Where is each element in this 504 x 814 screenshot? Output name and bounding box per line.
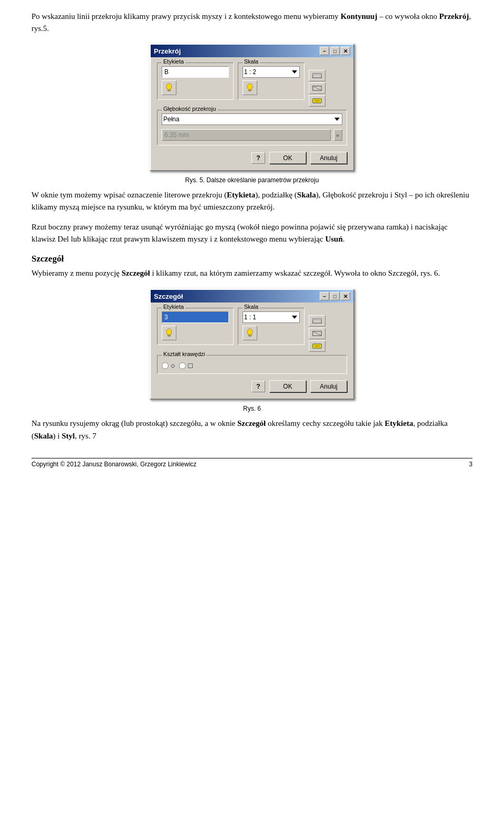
glebokosc-group: Głębokość przekroju Pełna Częściowa ► <box>157 110 347 145</box>
body-paragraph-4: Na rysunku rysujemy okrąg (lub prostokąt… <box>32 418 472 442</box>
circle-shape-icon: ○ <box>171 362 175 369</box>
radio-circle-icon[interactable] <box>162 362 169 369</box>
cancel-button[interactable]: Anuluj <box>310 152 347 164</box>
szczegol-dialog: Szczegół – □ ✕ Etykieta <box>150 289 354 400</box>
intro-paragraph: Po wskazaniu linii przekroju klikamy pra… <box>32 11 472 34</box>
przekroj-content: Etykieta <box>151 57 353 170</box>
svg-line-21 <box>313 331 322 336</box>
glebokosc-label: Głębokość przekroju <box>162 106 217 112</box>
szczegol-etykieta-group: Etykieta <box>157 308 234 349</box>
svg-rect-2 <box>168 91 170 92</box>
ok-button[interactable]: OK <box>269 152 306 164</box>
szczegol-styl-icon-btn-2[interactable] <box>309 328 326 339</box>
szczegol-titlebar-buttons: – □ ✕ <box>320 292 350 300</box>
svg-rect-23 <box>314 346 320 347</box>
lamp-icon2 <box>245 82 255 93</box>
top-fields-row: Etykieta <box>157 62 347 107</box>
przekroj-title: Przekrój <box>154 47 181 55</box>
styl-icon-3 <box>312 96 322 106</box>
szczegol-dialog-container: Szczegół – □ ✕ Etykieta <box>32 289 472 400</box>
szczegol-bottom-buttons: ? OK Anuluj <box>157 378 347 393</box>
svg-point-0 <box>166 84 172 90</box>
przekroj-dialog: Przekrój – □ ✕ Etykieta <box>150 44 354 171</box>
svg-rect-14 <box>168 336 170 337</box>
szczegol-styl-icon-3 <box>312 341 322 351</box>
szczegol-etykieta-lamp-button[interactable] <box>162 326 176 340</box>
styl-icon-list <box>309 70 347 107</box>
szczegol-styl-icon-list <box>309 315 347 352</box>
szczegol-skala-fieldgroup: Skala 1 : 1 1 : 2 2 : 1 <box>238 308 304 345</box>
glebokosc-select[interactable]: Pełna Częściowa <box>162 113 342 125</box>
mm-input <box>162 129 331 141</box>
svg-rect-17 <box>249 336 251 337</box>
restore-button[interactable]: □ <box>330 47 340 55</box>
styl-icon-btn-1[interactable] <box>309 70 326 81</box>
szczegol-minimize-button[interactable]: – <box>320 292 329 300</box>
szczegol-styl-icon-btn-1[interactable] <box>309 315 326 327</box>
footer-page: 3 <box>469 461 472 468</box>
svg-point-12 <box>166 329 172 335</box>
przekroj-dialog-container: Przekrój – □ ✕ Etykieta <box>32 44 472 171</box>
bottom-buttons-row: ? OK Anuluj <box>157 150 347 165</box>
etykieta-lamp-button[interactable] <box>162 80 176 95</box>
szczegol-etykieta-fieldgroup: Etykieta <box>157 308 234 345</box>
footer: Copyright © 2012 Janusz Bonarowski, Grze… <box>32 458 472 468</box>
styl-icon-btn-2[interactable] <box>309 82 326 94</box>
svg-point-15 <box>247 329 253 335</box>
szczegol-titlebar: Szczegół – □ ✕ <box>151 290 353 302</box>
ksztalt-group: Kształt krawędzi ○ □ <box>157 355 347 374</box>
footer-copyright: Copyright © 2012 Janusz Bonarowski, Grze… <box>32 461 196 468</box>
svg-point-3 <box>247 84 253 90</box>
rect-shape-icon: □ <box>188 362 192 369</box>
szczegol-top-fields: Etykieta <box>157 308 347 352</box>
styl-icon-1 <box>312 71 322 80</box>
szczegol-help-button[interactable]: ? <box>251 381 265 392</box>
etykieta-group: Etykieta <box>157 62 234 104</box>
szczegol-heading: Szczegół <box>32 254 472 264</box>
shape-circle-option[interactable]: ○ <box>162 362 175 369</box>
close-button[interactable]: ✕ <box>341 47 350 55</box>
caption2: Rys. 6 <box>32 405 472 412</box>
help-button[interactable]: ? <box>251 152 265 164</box>
skala-label: Skala <box>243 58 260 65</box>
styl-group <box>309 62 347 107</box>
svg-rect-19 <box>313 319 322 320</box>
etykieta-fieldgroup: Etykieta <box>157 62 234 100</box>
mm-arrow: ► <box>334 129 342 141</box>
szczegol-restore-button[interactable]: □ <box>330 292 340 300</box>
body-paragraph-1: W oknie tym możemy wpisać oznaczenie lit… <box>32 189 472 214</box>
svg-rect-5 <box>249 91 251 92</box>
etykieta-label: Etykieta <box>162 58 185 65</box>
mm-row: ► <box>162 129 342 141</box>
szczegol-etykieta-input[interactable] <box>162 311 229 323</box>
skala-select[interactable]: 1 : 2 1 : 1 2 : 1 <box>243 66 300 78</box>
szczegol-styl-icon-btn-3[interactable] <box>309 340 326 352</box>
titlebar-buttons: – □ ✕ <box>320 47 350 55</box>
body-paragraph-2: Rzut boczny prawy możemy teraz usunąć wy… <box>32 221 472 246</box>
svg-line-9 <box>313 86 322 90</box>
skala-fieldgroup: Skala 1 : 2 1 : 1 2 : 1 <box>238 62 304 100</box>
szczegol-content: Etykieta <box>151 302 353 399</box>
szczegol-cancel-button[interactable]: Anuluj <box>310 380 347 392</box>
szczegol-title: Szczegół <box>154 293 183 300</box>
szczegol-styl-group <box>309 308 347 352</box>
svg-rect-11 <box>314 100 320 101</box>
szczegol-ok-button[interactable]: OK <box>269 380 306 392</box>
radio-rect-icon[interactable] <box>179 362 186 369</box>
szczegol-close-button[interactable]: ✕ <box>341 292 350 300</box>
svg-rect-7 <box>313 74 322 75</box>
szczegol-skala-group: Skala 1 : 1 1 : 2 2 : 1 <box>238 308 304 349</box>
body-paragraph-3: Wybieramy z menu pozycję Szczegół i klik… <box>32 267 472 279</box>
przekroj-titlebar: Przekrój – □ ✕ <box>151 45 353 57</box>
szczegol-styl-icons-wrapper <box>309 315 347 352</box>
szczegol-skala-label: Skala <box>243 304 260 310</box>
styl-icon-btn-3[interactable] <box>309 95 326 107</box>
caption1: Rys. 5. Dalsze określanie parametrów prz… <box>32 176 472 184</box>
etykieta-input[interactable] <box>162 66 229 78</box>
szczegol-skala-lamp-button[interactable] <box>243 326 257 340</box>
minimize-button[interactable]: – <box>320 47 329 55</box>
shape-rect-option[interactable]: □ <box>179 362 192 369</box>
ksztalt-label: Kształt krawędzi <box>162 351 206 357</box>
szczegol-skala-select[interactable]: 1 : 1 1 : 2 2 : 1 <box>243 311 300 323</box>
skala-lamp-button[interactable] <box>243 80 257 95</box>
